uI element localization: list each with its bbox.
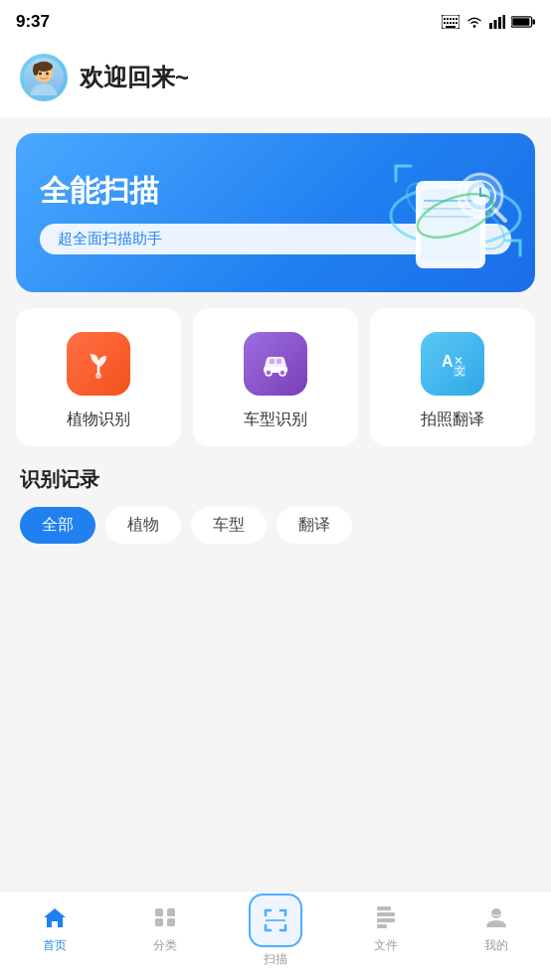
filter-plant[interactable]: 植物 bbox=[105, 507, 181, 544]
svg-rect-6 bbox=[444, 22, 446, 24]
filter-tabs: 全部 植物 车型 翻译 bbox=[20, 507, 531, 544]
svg-point-43 bbox=[279, 370, 285, 376]
banner[interactable]: 全能扫描 超全面扫描助手 bbox=[16, 133, 535, 292]
svg-rect-52 bbox=[155, 918, 163, 926]
svg-rect-51 bbox=[167, 908, 175, 916]
translate-label: 拍照翻译 bbox=[421, 409, 484, 430]
wifi-icon bbox=[465, 15, 483, 29]
avatar-svg bbox=[26, 60, 62, 95]
svg-rect-15 bbox=[498, 17, 501, 29]
file-label: 文件 bbox=[374, 937, 398, 954]
plant-label: 植物识别 bbox=[67, 409, 130, 430]
car-svg bbox=[257, 345, 294, 383]
svg-rect-11 bbox=[446, 26, 456, 28]
svg-rect-53 bbox=[167, 918, 175, 926]
category-icon bbox=[149, 901, 181, 933]
scan-3d-decoration bbox=[366, 141, 525, 285]
plant-svg bbox=[81, 346, 116, 382]
scan-icon bbox=[249, 894, 302, 947]
avatar[interactable] bbox=[20, 54, 68, 101]
mine-label: 我的 bbox=[484, 937, 508, 954]
svg-rect-18 bbox=[512, 18, 529, 26]
scan-svg bbox=[261, 905, 290, 935]
nav-home[interactable]: 首页 bbox=[0, 901, 110, 954]
svg-rect-50 bbox=[155, 908, 163, 916]
svg-rect-2 bbox=[447, 18, 449, 20]
scan-label: 扫描 bbox=[264, 951, 287, 968]
svg-point-24 bbox=[39, 73, 42, 76]
svg-rect-44 bbox=[270, 359, 275, 364]
svg-rect-13 bbox=[489, 23, 492, 29]
svg-rect-7 bbox=[447, 22, 449, 24]
records-title: 识别记录 bbox=[20, 466, 531, 493]
svg-point-59 bbox=[491, 908, 501, 918]
avatar-image bbox=[24, 58, 64, 97]
svg-rect-57 bbox=[377, 918, 395, 922]
svg-rect-10 bbox=[456, 22, 458, 24]
svg-point-23 bbox=[33, 64, 39, 76]
mine-icon bbox=[480, 901, 512, 933]
home-svg bbox=[42, 905, 68, 929]
svg-text:A: A bbox=[442, 353, 454, 370]
signal-icon bbox=[489, 15, 505, 29]
svg-rect-58 bbox=[377, 924, 387, 928]
feature-translate[interactable]: A ✕ 文 拍照翻译 bbox=[370, 308, 535, 446]
feature-car[interactable]: 车型识别 bbox=[193, 308, 358, 446]
status-bar: 9:37 bbox=[0, 0, 551, 44]
svg-point-42 bbox=[266, 370, 272, 376]
keyboard-icon bbox=[442, 15, 459, 29]
svg-rect-1 bbox=[444, 18, 446, 20]
header: 欢迎回来~ bbox=[0, 44, 551, 117]
svg-rect-8 bbox=[450, 22, 452, 24]
battery-icon bbox=[511, 16, 535, 28]
svg-rect-4 bbox=[453, 18, 455, 20]
svg-rect-16 bbox=[503, 15, 506, 29]
home-icon bbox=[39, 901, 71, 933]
status-time: 9:37 bbox=[16, 12, 50, 32]
feature-grid: 植物识别 车型识别 A ✕ bbox=[16, 308, 535, 446]
svg-rect-19 bbox=[532, 19, 535, 24]
svg-rect-55 bbox=[377, 906, 391, 910]
svg-rect-5 bbox=[456, 18, 458, 20]
welcome-text: 欢迎回来~ bbox=[80, 62, 189, 93]
home-label: 首页 bbox=[43, 937, 67, 954]
svg-rect-3 bbox=[450, 18, 452, 20]
svg-point-25 bbox=[46, 73, 49, 76]
svg-rect-56 bbox=[377, 912, 395, 916]
svg-point-21 bbox=[30, 83, 58, 95]
scan-illustration bbox=[366, 141, 525, 285]
mine-svg bbox=[483, 904, 509, 930]
records-section: 识别记录 全部 植物 车型 翻译 bbox=[16, 466, 535, 544]
main-content: 全能扫描 超全面扫描助手 bbox=[0, 117, 551, 663]
category-label: 分类 bbox=[153, 937, 177, 954]
car-label: 车型识别 bbox=[244, 409, 307, 430]
svg-rect-45 bbox=[276, 359, 281, 364]
feature-plant[interactable]: 植物识别 bbox=[16, 308, 181, 446]
nav-scan[interactable]: 扫描 bbox=[221, 901, 331, 968]
svg-point-12 bbox=[473, 25, 476, 28]
filter-all[interactable]: 全部 bbox=[20, 507, 95, 544]
nav-category[interactable]: 分类 bbox=[110, 901, 221, 954]
car-icon bbox=[244, 332, 307, 396]
svg-point-40 bbox=[95, 373, 101, 379]
file-icon bbox=[370, 901, 402, 933]
status-icons bbox=[442, 15, 535, 29]
bottom-nav: 首页 分类 扫描 bbox=[0, 891, 551, 980]
svg-text:文: 文 bbox=[455, 365, 465, 377]
category-svg bbox=[152, 905, 178, 929]
file-svg bbox=[375, 904, 397, 930]
svg-rect-9 bbox=[453, 22, 455, 24]
svg-rect-14 bbox=[494, 20, 497, 29]
nav-mine[interactable]: 我的 bbox=[441, 901, 551, 954]
empty-records-area bbox=[16, 544, 535, 663]
translate-icon: A ✕ 文 bbox=[421, 332, 484, 396]
filter-car[interactable]: 车型 bbox=[191, 507, 267, 544]
filter-translate[interactable]: 翻译 bbox=[276, 507, 352, 544]
plant-icon bbox=[67, 332, 130, 396]
nav-file[interactable]: 文件 bbox=[330, 901, 441, 954]
translate-svg: A ✕ 文 bbox=[434, 345, 471, 383]
